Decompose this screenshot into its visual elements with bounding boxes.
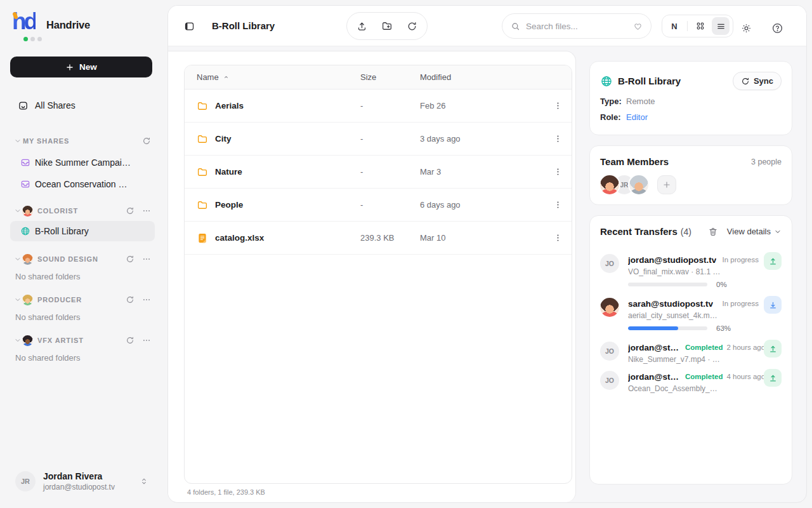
shortcut-key[interactable]: N (665, 17, 683, 35)
file-size: 239.3 KB (360, 233, 420, 243)
share-tray-icon (20, 157, 30, 168)
team-members-card: Team Members 3 people JR (589, 145, 792, 205)
refresh-icon[interactable] (142, 137, 151, 145)
role-value[interactable]: Editor (626, 112, 648, 122)
section-header[interactable]: Colorist (10, 201, 155, 221)
more-icon[interactable] (142, 206, 151, 215)
more-icon[interactable] (142, 295, 151, 304)
chevron-down-icon (14, 207, 22, 215)
share-tray-icon (20, 179, 30, 189)
help-icon[interactable] (771, 22, 783, 34)
row-menu-icon[interactable] (544, 101, 572, 110)
main-header: B-Roll Library Search files... N (168, 6, 806, 46)
row-menu-icon[interactable] (544, 134, 572, 144)
section-header[interactable]: VFX Artist (10, 330, 155, 351)
upload-icon[interactable] (764, 369, 782, 387)
new-button[interactable]: New (10, 57, 152, 77)
upload-icon[interactable] (764, 252, 782, 270)
refresh-icon[interactable] (126, 295, 134, 304)
status-badge: Completed (685, 373, 723, 380)
heart-icon[interactable] (633, 22, 643, 31)
transfer-item[interactable]: sarah@studiopost.tvIn progress aerial_ci… (600, 298, 782, 331)
download-icon[interactable] (764, 296, 782, 314)
file-name: catalog.xlsx (215, 233, 264, 243)
file-name: Nature (215, 167, 242, 177)
row-menu-icon[interactable] (544, 167, 572, 177)
add-member-button[interactable] (657, 175, 676, 194)
transfer-item[interactable]: JO jordan@studiopost.tvIn progress VO_fi… (600, 254, 782, 288)
search-input[interactable]: Search files... (502, 13, 652, 39)
team-members-count: 3 people (751, 157, 782, 166)
sidebar-sections: Colorist B-Roll Library Sound Design No … (10, 201, 155, 371)
transfer-status: In progress (717, 300, 759, 307)
sidebar: hd Handrive New All Shares My Shares Nik… (0, 0, 167, 508)
upload-icon[interactable] (357, 21, 367, 32)
role-label: Role: (600, 112, 626, 122)
sidebar-item-all-shares[interactable]: All Shares (10, 95, 152, 116)
sound-avatar (22, 254, 33, 265)
file-name: City (215, 134, 232, 144)
empty-section-text: No shared folders (15, 272, 155, 282)
file-modified: 3 days ago (420, 134, 544, 144)
theme-toggle-icon[interactable] (741, 23, 752, 34)
file-size: - (360, 167, 420, 177)
sync-button[interactable]: Sync (733, 72, 782, 90)
section-header[interactable]: Sound Design (10, 249, 155, 269)
main-panel: B-Roll Library Search files... N (167, 5, 807, 503)
refresh-icon[interactable] (126, 255, 134, 264)
grid-view-button[interactable] (691, 17, 709, 35)
file-row[interactable]: catalog.xlsx 239.3 KB Mar 10 (185, 222, 572, 255)
member-avatar-woman[interactable] (600, 175, 619, 194)
sidebar-share-item[interactable]: Ocean Conservation … (10, 174, 155, 194)
refresh-icon[interactable] (126, 336, 134, 345)
sidebar-share-item[interactable]: Nike Summer Campai… (10, 152, 155, 173)
transfer-email: jordan@studiopost.tv (628, 255, 716, 265)
row-menu-icon[interactable] (544, 233, 572, 243)
globe-icon (600, 75, 613, 88)
transfer-item[interactable]: JO jordan@studiopost.tvCompleted2 hours … (600, 342, 782, 364)
app-root: hd Handrive New All Shares My Shares Nik… (0, 0, 812, 508)
list-view-button[interactable] (712, 17, 730, 35)
sidebar-toggle-icon[interactable] (184, 21, 195, 32)
recent-transfers-card: Recent Transfers (4) View details JO jor… (589, 215, 792, 485)
file-row[interactable]: People - 6 days ago (185, 189, 572, 222)
my-shares-header[interactable]: My Shares (10, 131, 155, 151)
new-folder-icon[interactable] (381, 20, 393, 32)
status-badge: Completed (685, 344, 723, 351)
empty-section-text: No shared folders (15, 312, 155, 323)
my-shares-block: My Shares Nike Summer Campai…Ocean Conse… (10, 131, 155, 194)
share-name: Ocean Conservation … (35, 179, 128, 189)
sidebar-section: Sound Design No shared folders (10, 249, 155, 282)
file-icon (197, 232, 208, 244)
section-header[interactable]: Producer (10, 290, 155, 310)
user-profile[interactable]: JR Jordan Rivera jordan@studiopost.tv (15, 471, 157, 491)
upload-icon[interactable] (764, 340, 782, 358)
file-size: - (360, 200, 420, 210)
row-menu-icon[interactable] (544, 200, 572, 210)
more-icon[interactable] (142, 336, 151, 345)
file-row[interactable]: City - 3 days ago (185, 123, 572, 156)
column-modified[interactable]: Modified (420, 72, 544, 82)
file-row[interactable]: Aerials - Feb 26 (185, 90, 572, 123)
sort-caret-icon (223, 74, 230, 81)
column-size[interactable]: Size (360, 72, 420, 82)
refresh-icon[interactable] (407, 21, 417, 32)
more-icon[interactable] (142, 255, 151, 264)
sidebar-item-b-roll-library[interactable]: B-Roll Library (10, 221, 155, 241)
trash-icon[interactable] (708, 227, 718, 237)
transfer-item[interactable]: JO jordan@studiopost.tvCompleted4 hours … (600, 371, 782, 393)
plus-icon (65, 63, 74, 72)
member-avatar-man[interactable] (629, 175, 648, 194)
transfer-email: sarah@studiopost.tv (628, 299, 713, 309)
folder-icon (197, 133, 208, 145)
file-size: - (360, 101, 420, 110)
section-label: Producer (37, 296, 82, 304)
column-name[interactable]: Name (197, 72, 219, 82)
file-row[interactable]: Nature - Mar 3 (185, 156, 572, 189)
type-label: Type: (600, 97, 626, 106)
chevron-updown-icon[interactable] (140, 477, 148, 486)
refresh-icon[interactable] (126, 206, 134, 215)
view-details-button[interactable]: View details (727, 227, 782, 236)
transfer-email: jordan@studiopost.tv (628, 343, 681, 352)
page-title: B-Roll Library (212, 20, 275, 31)
